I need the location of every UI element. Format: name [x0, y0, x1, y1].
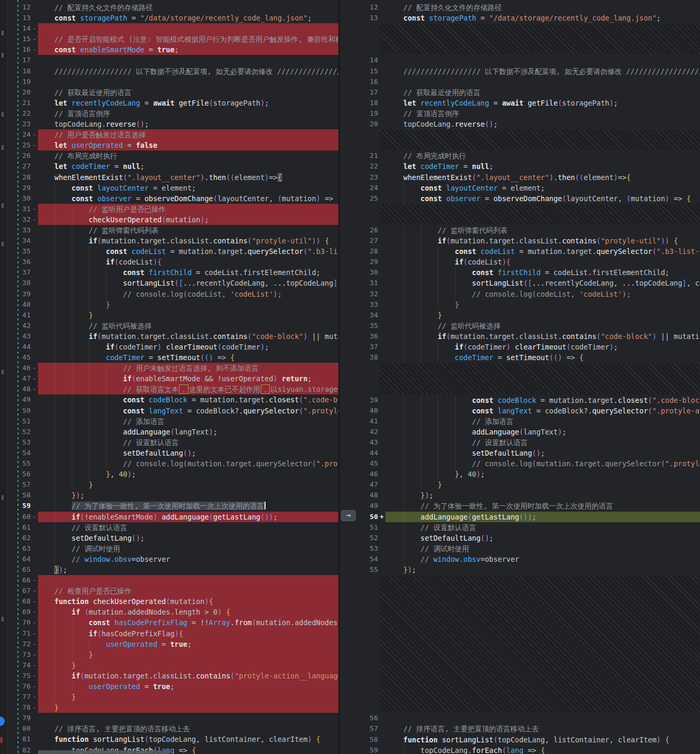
code-text[interactable]: }: [38, 692, 338, 702]
line-number[interactable]: 59: [370, 745, 378, 754]
code-text[interactable]: // 是否开启智能模式 (注意: 智能模式根据用户行为判断是否用户触发操作, 兼…: [38, 34, 338, 44]
code-line[interactable]: 31-// 监听用户是否已操作: [0, 204, 338, 214]
line-number[interactable]: 28: [22, 172, 31, 183]
code-text[interactable]: let recentlyCodeLang = await getFile(sto…: [385, 98, 700, 108]
line-number-gutter[interactable]: 35: [339, 321, 385, 331]
line-number[interactable]: 46: [22, 363, 31, 373]
line-number[interactable]: 74: [22, 660, 31, 671]
code-line[interactable]: 51// 添加语言: [0, 416, 338, 427]
line-number[interactable]: 26: [22, 150, 31, 161]
code-text[interactable]: sortLangList([...recentlyCodeLang, ...to…: [38, 278, 338, 288]
code-line[interactable]: 35// 监听代码被选择: [339, 321, 700, 331]
line-number-gutter[interactable]: 26: [339, 225, 385, 235]
code-line[interactable]: 70-const hasCodePrefixFlag = !!Array.fro…: [0, 617, 338, 628]
code-text[interactable]: // 获取最近使用的语言: [38, 87, 338, 98]
line-number[interactable]: 82: [22, 745, 31, 754]
code-line[interactable]: 65});: [0, 564, 338, 575]
code-text[interactable]: // 调试时使用: [38, 543, 338, 554]
code-text[interactable]: ////////////////// 以下数据不涉及配置项, 如无必要请勿修改 …: [38, 66, 338, 77]
line-number[interactable]: 48: [370, 490, 378, 501]
code-text[interactable]: // 监听弹窗代码列表: [38, 225, 338, 235]
line-number[interactable]: 54: [22, 448, 31, 458]
line-number[interactable]: 55: [370, 564, 378, 575]
code-text[interactable]: setDefaultLang();: [38, 533, 338, 543]
line-number-gutter[interactable]: 30: [339, 267, 385, 278]
line-number-gutter[interactable]: 21: [339, 150, 385, 161]
code-line[interactable]: 34}: [339, 310, 700, 321]
code-text[interactable]: if(mutation.target.classList.contains("p…: [38, 671, 338, 681]
code-line[interactable]: 73-}: [0, 649, 338, 660]
line-number[interactable]: 81: [22, 734, 31, 744]
code-text[interactable]: [385, 77, 700, 87]
code-text[interactable]: // 用户是否触发过语言选择: [38, 129, 338, 140]
line-number-gutter[interactable]: 24: [339, 183, 385, 193]
code-text[interactable]: }: [385, 299, 700, 310]
code-text[interactable]: // 监听弹窗代码列表: [385, 225, 700, 235]
line-number[interactable]: 40: [370, 406, 378, 416]
code-text[interactable]: [38, 77, 338, 87]
code-text[interactable]: const langText = codeBlock?.querySelecto…: [38, 406, 338, 416]
code-text[interactable]: }: [38, 299, 338, 310]
horizontal-scrollbar-original[interactable]: [38, 750, 170, 754]
code-text[interactable]: // 设置默认语言: [385, 437, 700, 448]
code-text[interactable]: [385, 713, 700, 723]
line-number[interactable]: 56: [370, 713, 378, 723]
code-line[interactable]: 24-// 用户是否触发过语言选择: [0, 129, 338, 140]
code-text[interactable]: // window.obsv=observer: [38, 554, 338, 564]
line-number[interactable]: 58: [22, 490, 31, 501]
line-number[interactable]: 27: [22, 161, 31, 172]
code-text[interactable]: if(!enableSmartMode) addLanguage(getLast…: [38, 512, 338, 522]
line-number[interactable]: 49: [370, 501, 378, 511]
code-line[interactable]: 56}, 40);: [0, 469, 338, 479]
line-number[interactable]: 19: [370, 108, 378, 119]
code-line[interactable]: 26// 监听弹窗代码列表: [339, 225, 700, 235]
code-text[interactable]: }: [38, 702, 338, 713]
line-number[interactable]: 62: [22, 533, 31, 543]
code-text[interactable]: if(codeTimer) clearTimeout(codeTimer);: [385, 342, 700, 352]
code-line[interactable]: 39// console.log(codeList, 'codeList');: [0, 289, 338, 299]
line-number-gutter[interactable]: 40: [339, 406, 385, 416]
code-text[interactable]: const layoutCenter = element;: [385, 183, 700, 193]
code-line[interactable]: 37const firstChild = codeList.firstEleme…: [0, 267, 338, 278]
line-number[interactable]: 15: [22, 34, 31, 44]
code-line[interactable]: 18////////////////// 以下数据不涉及配置项, 如无必要请勿修…: [0, 66, 338, 77]
line-number-gutter[interactable]: 52: [339, 533, 385, 543]
code-text[interactable]: const firstChild = codeList.firstElement…: [385, 267, 700, 278]
line-number[interactable]: 50: [370, 512, 378, 522]
line-number-gutter[interactable]: 22: [339, 161, 385, 172]
code-text[interactable]: addLanguage(langText);: [385, 427, 700, 437]
line-number-gutter[interactable]: 45: [339, 458, 385, 469]
code-line[interactable]: 71-if(hasCodePrefixFlag){: [0, 628, 338, 639]
line-number[interactable]: 34: [22, 235, 31, 246]
code-line[interactable]: 15////////////////// 以下数据不涉及配置项, 如无必要请勿修…: [339, 66, 700, 77]
line-number[interactable]: 40: [22, 299, 31, 310]
line-number[interactable]: 52: [370, 533, 378, 543]
code-line[interactable]: 78-}: [0, 702, 338, 713]
code-line[interactable]: 12// 配置持久化文件的存储路径: [0, 2, 338, 13]
code-line[interactable]: 58});: [0, 490, 338, 501]
line-number[interactable]: 27: [370, 235, 378, 246]
code-text[interactable]: codeTimer = setTimeout(() => {: [385, 352, 700, 363]
code-text[interactable]: checkUserOperated(mutation);: [38, 214, 338, 225]
code-line[interactable]: 79: [0, 713, 338, 723]
code-line[interactable]: 17// 获取最近使用的语言: [339, 87, 700, 98]
line-number[interactable]: 28: [370, 246, 378, 257]
code-line[interactable]: 32// console.log(codeList, 'codeList');: [339, 289, 700, 299]
line-number-gutter[interactable]: 18: [339, 98, 385, 108]
line-number-gutter[interactable]: 56: [339, 713, 385, 723]
code-line[interactable]: 41// 添加语言: [339, 416, 700, 427]
line-number[interactable]: 13: [370, 13, 378, 23]
line-number[interactable]: 23: [370, 172, 378, 183]
code-line[interactable]: 36if(mutation.target.classList.contains(…: [339, 331, 700, 342]
code-line[interactable]: 46}, 40);: [339, 469, 700, 479]
code-text[interactable]: // 置顶语言倒序: [385, 108, 700, 119]
line-number[interactable]: 36: [22, 257, 31, 267]
code-text[interactable]: }: [38, 479, 338, 490]
code-text[interactable]: }: [38, 649, 338, 660]
code-text[interactable]: }: [385, 479, 700, 490]
code-text[interactable]: const codeList = mutation.target.querySe…: [385, 246, 700, 257]
line-number-gutter[interactable]: 25: [339, 193, 385, 204]
line-number[interactable]: 59: [22, 501, 31, 511]
line-number[interactable]: 47: [370, 479, 378, 490]
line-number[interactable]: 68: [22, 596, 31, 607]
